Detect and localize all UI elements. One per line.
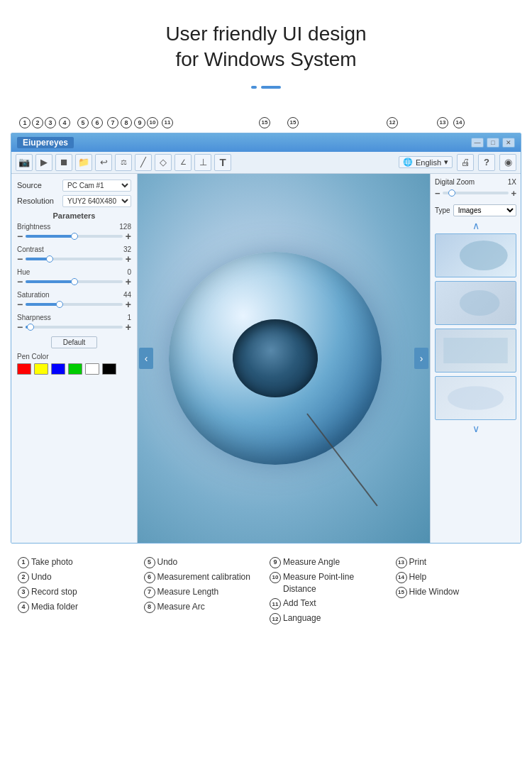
hue-label: Hue <box>17 268 30 276</box>
saturation-plus[interactable]: + <box>126 299 131 309</box>
sharpness-plus[interactable]: + <box>126 322 131 332</box>
default-button[interactable]: Default <box>51 336 98 348</box>
callout-11: 11 <box>162 117 173 128</box>
measure-arc-icon[interactable]: ◇ <box>155 154 172 171</box>
contrast-track[interactable] <box>26 258 123 260</box>
callout-15a: 15 <box>259 117 270 128</box>
sharpness-minus[interactable]: − <box>17 322 23 332</box>
language-button[interactable]: 🌐 English ▾ <box>399 156 453 168</box>
toolbar-right: 🌐 English ▾ 🖨 ? ◉ <box>399 154 516 171</box>
color-green[interactable] <box>68 363 82 375</box>
zoom-plus-button[interactable]: + <box>511 188 516 199</box>
close-button[interactable]: ✕ <box>502 138 515 148</box>
title-bar-controls[interactable]: — □ ✕ <box>471 138 515 148</box>
toolbar: 📷 ▶ ⏹ 📁 ↩ ⚖ ╱ ◇ ∠ ⊥ T 🌐 English ▾ 🖨 <box>11 152 521 174</box>
svg-rect-3 <box>443 338 507 363</box>
saturation-slider-row: Saturation 44 − + <box>17 291 131 309</box>
divider <box>251 86 281 89</box>
resolution-label: Resolution <box>17 197 60 205</box>
contrast-thumb[interactable] <box>46 255 53 263</box>
svg-point-4 <box>448 386 504 410</box>
add-text-icon[interactable]: T <box>214 154 231 171</box>
brightness-track[interactable] <box>26 235 123 238</box>
minimize-button[interactable]: — <box>471 138 484 148</box>
callout-3: 3 <box>45 117 56 128</box>
callout-7: 7 <box>107 117 118 128</box>
nav-left-button[interactable]: ‹ <box>139 348 153 369</box>
print-icon[interactable]: 🖨 <box>457 154 474 171</box>
measurement-calibration-icon[interactable]: ⚖ <box>115 154 132 171</box>
color-black[interactable] <box>102 363 116 375</box>
thumbnail-1[interactable] <box>435 233 516 277</box>
saturation-track[interactable] <box>26 303 123 306</box>
brightness-plus[interactable]: + <box>126 231 131 241</box>
record-start-icon[interactable]: ▶ <box>35 154 52 171</box>
sharpness-slider-row: Sharpness 1 − + <box>17 314 131 332</box>
callout-14: 14 <box>453 117 465 128</box>
help-icon[interactable]: ? <box>478 154 495 171</box>
maximize-button[interactable]: □ <box>487 138 499 148</box>
resolution-select[interactable]: YUY2 640X480 <box>62 195 131 207</box>
nav-right-button[interactable]: › <box>414 348 428 369</box>
contrast-minus[interactable]: − <box>17 254 23 264</box>
hue-track[interactable] <box>26 280 123 283</box>
legend-item-1: 1 Take photo <box>18 556 137 568</box>
legend-item-13: 13 Print <box>396 556 515 568</box>
thumbnail-3[interactable] <box>435 329 516 373</box>
hide-window-icon[interactable]: ◉ <box>499 154 516 171</box>
hue-thumb[interactable] <box>71 278 78 285</box>
callout-5: 5 <box>77 117 89 128</box>
legend-item-11: 11 Add Text <box>270 597 389 610</box>
legend-item-15: 15 Hide Window <box>396 586 515 598</box>
record-stop-icon[interactable]: ⏹ <box>55 154 72 171</box>
thumbnail-2[interactable] <box>435 281 516 325</box>
thumbnail-4[interactable] <box>435 376 516 420</box>
callout-10: 10 <box>147 117 158 128</box>
hue-plus[interactable]: + <box>126 277 131 287</box>
saturation-minus[interactable]: − <box>17 299 23 309</box>
sharpness-track[interactable] <box>26 326 123 329</box>
saturation-label: Saturation <box>17 291 50 299</box>
sharpness-thumb[interactable] <box>27 324 34 331</box>
source-select[interactable]: PC Cam #1 <box>62 180 131 192</box>
sharpness-label: Sharpness <box>17 314 51 321</box>
measure-point-line-icon[interactable]: ⊥ <box>194 154 211 171</box>
parameters-title: Parameters <box>17 211 131 220</box>
color-blue[interactable] <box>51 363 65 375</box>
thumb-up-button[interactable]: ∧ <box>472 221 480 231</box>
callout-1: 1 <box>19 117 31 128</box>
thumb-down-button[interactable]: ∨ <box>472 424 480 434</box>
legend-grid: 1 Take photo 2 Undo 3 Record stop 4 Medi… <box>18 556 514 625</box>
measure-length-icon[interactable]: ╱ <box>135 154 152 171</box>
hue-value: 0 <box>127 268 131 276</box>
undo-icon[interactable]: ↩ <box>95 154 112 171</box>
legend-col-2: 5 Undo 6 Measurement calibration 7 Measu… <box>144 556 263 625</box>
saturation-fill <box>26 303 60 306</box>
color-white[interactable] <box>85 363 99 375</box>
zoom-slider[interactable] <box>443 192 509 194</box>
saturation-value: 44 <box>123 291 131 299</box>
zoom-thumb[interactable] <box>448 189 455 197</box>
app-brand: Eiupereyes <box>17 137 74 148</box>
media-folder-icon[interactable]: 📁 <box>75 154 92 171</box>
type-select[interactable]: Images <box>453 204 516 216</box>
brightness-minus[interactable]: − <box>17 231 23 241</box>
take-photo-icon[interactable]: 📷 <box>16 154 33 171</box>
type-row: Type Images <box>435 204 516 216</box>
zoom-minus-button[interactable]: − <box>435 188 440 199</box>
color-yellow[interactable] <box>34 363 48 375</box>
brightness-slider-row: Brightness 128 − + <box>17 223 131 241</box>
contrast-plus[interactable]: + <box>126 254 131 264</box>
brightness-value: 128 <box>119 223 131 231</box>
hue-minus[interactable]: − <box>17 277 23 287</box>
measure-angle-icon[interactable]: ∠ <box>174 154 192 171</box>
saturation-thumb[interactable] <box>56 301 63 308</box>
legend-item-12: 12 Language <box>270 612 389 624</box>
page-title: User friendly UI design for Windows Syst… <box>165 21 366 73</box>
brightness-thumb[interactable] <box>71 233 78 240</box>
zoom-value: 1X <box>508 178 516 186</box>
language-label: English <box>416 158 441 167</box>
dropdown-arrow-icon: ▾ <box>444 158 448 167</box>
color-red[interactable] <box>17 363 31 375</box>
contrast-label: Contrast <box>17 246 44 253</box>
